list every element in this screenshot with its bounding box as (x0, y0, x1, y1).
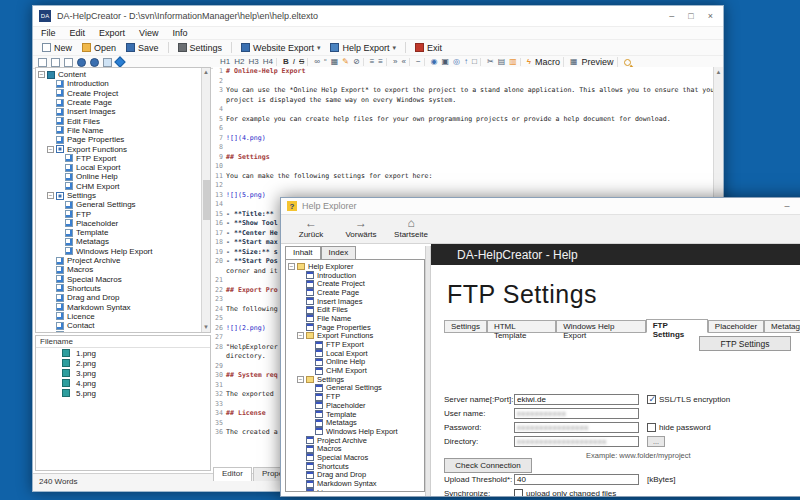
tree-item-placeholder[interactable]: Placeholder (286, 401, 424, 410)
exit-button[interactable]: Exit (411, 42, 446, 54)
tree-item-chm-export[interactable]: CHM Export (286, 366, 424, 375)
settings-tab-metatags[interactable]: Metatags (764, 320, 800, 332)
menu-info[interactable]: Info (172, 28, 187, 38)
new-button[interactable]: New (38, 42, 76, 54)
check-connection-button[interactable]: Check Connection (444, 458, 532, 473)
scroll-up-icon[interactable]: ▲ (203, 68, 209, 77)
settings-tab-placeholder[interactable]: Placeholder (708, 320, 764, 332)
tree-item-shortcuts[interactable]: Shortcuts (286, 462, 424, 471)
editor-tab-editor[interactable]: Editor (213, 467, 252, 481)
browse-button[interactable]: ... (647, 436, 665, 447)
unordered-list-icon[interactable]: ≡ (378, 58, 383, 66)
tree-item-introduction[interactable]: Introduction (286, 271, 424, 280)
tree-item-ftp[interactable]: FTP (36, 209, 210, 218)
minimize-icon[interactable]: – (785, 201, 790, 211)
ssl-checkbox[interactable] (647, 395, 656, 404)
file-row-1-png[interactable]: 1.png (36, 348, 210, 358)
tree-item-online-help[interactable]: Online Help (286, 358, 424, 367)
settings-tab-settings[interactable]: Settings (444, 320, 487, 332)
tree-item-edit-files[interactable]: Edit Files (36, 116, 210, 125)
italic-icon[interactable]: I (293, 58, 295, 66)
password-input[interactable]: xxxxxxxxxxxxxxxx (514, 422, 639, 433)
h3-icon[interactable]: H3 (248, 58, 258, 66)
move-down-icon[interactable] (90, 58, 99, 67)
ordered-list-icon[interactable]: ≡ (370, 58, 375, 66)
move-up-icon[interactable] (77, 58, 86, 67)
export-icon[interactable]: ↑ (464, 58, 468, 66)
minus-icon[interactable]: − (416, 58, 421, 66)
paste-icon[interactable]: ▥ (509, 58, 517, 66)
tree-item-template[interactable]: Template (36, 228, 210, 237)
pane-tab-inhalt[interactable]: Inhalt (285, 246, 321, 259)
tree-item-windows-help-export[interactable]: Windows Help Export (286, 427, 424, 436)
tree-item-markdown-syntax[interactable]: Markdown Syntax (286, 479, 424, 488)
tree-item-get-registration-key[interactable]: Get Registration Key (36, 330, 210, 333)
help-titlebar[interactable]: ? Help Explorer – □ (281, 198, 800, 214)
macro-button[interactable]: ϟMacro (524, 57, 564, 67)
tree-item-ftp[interactable]: FTP (286, 392, 424, 401)
h4-icon[interactable]: H4 (263, 58, 273, 66)
synchronize-checkbox[interactable] (514, 489, 523, 497)
next-page-icon[interactable] (51, 58, 60, 67)
tree-item-drag-and-drop[interactable]: Drag and Drop (286, 471, 424, 480)
tree-item-metatags[interactable]: Metatags (36, 237, 210, 246)
file-row-3-png[interactable]: 3.png (36, 368, 210, 378)
tree-item-template[interactable]: Template (286, 410, 424, 419)
tree-item-local-export[interactable]: Local Export (36, 163, 210, 172)
hide-password-checkbox[interactable] (647, 423, 656, 432)
tree-item-project-archive[interactable]: Project Archive (36, 256, 210, 265)
collapse-box-icon[interactable]: − (297, 376, 304, 383)
strikethrough-icon[interactable]: S (299, 58, 304, 66)
vorw-rts-button[interactable]: →Vorwärts (339, 217, 383, 239)
tree-item-contact[interactable]: Contact (36, 321, 210, 330)
zur-ck-button[interactable]: ←Zurück (289, 217, 333, 239)
main-titlebar[interactable]: DA DA-HelpCreator - D:\svn\InformationMa… (33, 6, 723, 26)
tree-item-windows-help-export[interactable]: Windows Help Export (36, 247, 210, 256)
help-export-button[interactable]: Help Export▾ (326, 42, 400, 54)
collapse-box-icon[interactable]: − (47, 192, 54, 199)
file-row-4-png[interactable]: 4.png (36, 378, 210, 388)
scroll-thumb[interactable] (203, 180, 210, 220)
search-button[interactable] (621, 59, 634, 66)
tree-item-create-page[interactable]: Create Page (286, 288, 424, 297)
tree-scrollbar[interactable]: ▲ ▼ (201, 68, 210, 332)
tree-item-edit-files[interactable]: Edit Files (286, 305, 424, 314)
website-export-button[interactable]: Website Export▾ (237, 42, 324, 54)
tree-item-local-export[interactable]: Local Export (286, 349, 424, 358)
menu-view[interactable]: View (139, 28, 158, 38)
edit-icon[interactable]: ✎ (342, 58, 349, 66)
settings-button[interactable]: Settings (174, 42, 227, 54)
add-page-icon[interactable] (38, 58, 47, 67)
server-input[interactable]: ekiwi.de (514, 394, 639, 405)
cut-icon[interactable]: ✂ (487, 58, 494, 66)
menu-export[interactable]: Export (99, 28, 125, 38)
tree-item-macros[interactable]: Macros (36, 265, 210, 274)
tree-item-create-project[interactable]: Create Project (36, 89, 210, 98)
tree-item-special-macros[interactable]: Special Macros (36, 275, 210, 284)
preview-button[interactable]: ▦Preview (567, 57, 618, 67)
directory-input[interactable]: xxxxxxxxxxxxxxxxxxxx (514, 436, 639, 447)
close-icon[interactable]: × (708, 11, 713, 21)
tree-item-licence[interactable]: Licence (36, 312, 210, 321)
refresh-icon[interactable] (114, 56, 125, 67)
copy-icon[interactable]: ▤ (498, 58, 506, 66)
collapse-box-icon[interactable]: − (38, 71, 45, 78)
tree-item-project-archive[interactable]: Project Archive (286, 436, 424, 445)
threshold-input[interactable]: 40 (514, 474, 639, 485)
tree-item-online-help[interactable]: Online Help (36, 172, 210, 181)
tree-item-settings[interactable]: −Settings (36, 191, 210, 200)
link-icon[interactable]: ∞ (314, 58, 320, 66)
indent-icon[interactable]: » (393, 58, 397, 66)
tree-item-export-functions[interactable]: −Export Functions (36, 144, 210, 153)
pane-tab-index[interactable]: Index (321, 246, 357, 259)
settings-tab-ftp-settings[interactable]: FTP Settings (646, 319, 708, 333)
tree-item-help-explorer[interactable]: −Help Explorer (286, 262, 424, 271)
collapse-box-icon[interactable]: − (288, 263, 295, 270)
tree-item-export-functions[interactable]: −Export Functions (286, 332, 424, 341)
file-row-5-png[interactable]: 5.png (36, 388, 210, 398)
scroll-down-icon[interactable]: ▼ (203, 323, 209, 332)
menu-edit[interactable]: Edit (70, 28, 86, 38)
insert-image-icon[interactable] (103, 58, 112, 67)
maximize-icon[interactable]: □ (688, 11, 693, 21)
outdent-icon[interactable]: « (401, 58, 405, 66)
